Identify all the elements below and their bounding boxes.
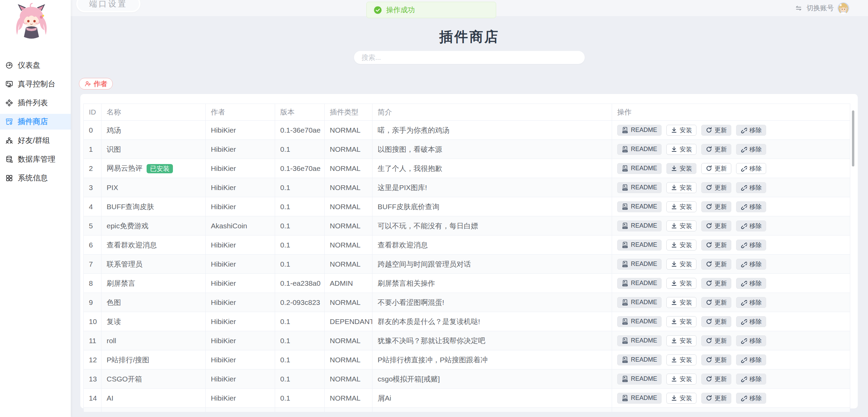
table-scrollbar-thumb[interactable] [852, 110, 854, 166]
install-button[interactable]: 安装 [666, 278, 696, 289]
cell-author: HibiKier [206, 274, 275, 293]
author-filter-button[interactable]: 作者 [79, 78, 113, 90]
search-input[interactable] [354, 51, 585, 64]
remove-button[interactable]: 移除 [736, 201, 766, 212]
sidebar-item-console[interactable]: 真寻控制台 [0, 76, 71, 92]
update-button[interactable]: 更新 [701, 297, 731, 308]
update-button[interactable]: 更新 [701, 316, 731, 327]
remove-button[interactable]: 移除 [736, 278, 766, 289]
remove-button[interactable]: 移除 [736, 182, 766, 193]
readme-icon [622, 146, 628, 153]
readme-button[interactable]: README [617, 220, 662, 231]
remove-button[interactable]: 移除 [736, 297, 766, 308]
install-button[interactable]: 安装 [666, 220, 696, 231]
cell-version: 0.1 [275, 140, 325, 159]
remove-label: 移除 [749, 241, 762, 249]
plugin-table: ID 名称 作者 版本 插件类型 简介 操作 0 鸡汤已安装 HibiKier … [83, 104, 850, 412]
cell-type: NORMAL [325, 350, 372, 369]
update-button[interactable]: 更新 [701, 220, 731, 231]
install-button[interactable]: 安装 [666, 259, 696, 270]
col-version: 版本 [275, 104, 325, 121]
install-button[interactable]: 安装 [666, 144, 696, 155]
readme-button[interactable]: README [617, 278, 662, 289]
cell-name-text: roll [107, 337, 116, 345]
install-button[interactable]: 安装 [666, 335, 696, 346]
remove-button[interactable]: 移除 [736, 335, 766, 346]
install-label: 安装 [680, 260, 692, 268]
unlink-icon [741, 184, 747, 191]
install-button[interactable]: 安装 [666, 393, 696, 404]
update-button[interactable]: 更新 [701, 163, 731, 174]
update-button[interactable]: 更新 [701, 335, 731, 346]
remove-button[interactable]: 移除 [736, 259, 766, 270]
user-avatar[interactable] [838, 2, 849, 14]
cell-name-text: 联系管理员 [107, 260, 143, 268]
install-button[interactable]: 安装 [666, 297, 696, 308]
sidebar-item-plugin-store[interactable]: 插件商店 [0, 114, 71, 130]
sidebar-item-database[interactable]: 数据库管理 [0, 151, 71, 167]
update-button[interactable]: 更新 [701, 125, 731, 136]
readme-button[interactable]: README [617, 374, 662, 385]
install-label: 安装 [680, 375, 692, 383]
cell-id: 8 [84, 274, 101, 293]
cell-type: DEPENDANT [325, 312, 372, 331]
remove-button[interactable]: 移除 [736, 393, 766, 404]
remove-button[interactable]: 移除 [736, 220, 766, 231]
remove-button[interactable]: 移除 [736, 125, 766, 136]
update-button[interactable]: 更新 [701, 240, 731, 251]
sidebar-item-friends-groups[interactable]: 好友/群组 [0, 133, 71, 148]
readme-button[interactable]: README [617, 354, 662, 365]
cell-desc: 屑Ai [372, 389, 612, 408]
cell-author: HibiKier [206, 312, 275, 331]
readme-button[interactable]: README [617, 335, 662, 346]
install-button[interactable]: 安装 [666, 354, 696, 365]
install-button[interactable]: 安装 [666, 316, 696, 327]
remove-button[interactable]: 移除 [736, 354, 766, 365]
readme-button[interactable]: README [617, 182, 662, 193]
readme-button[interactable]: README [617, 240, 662, 251]
install-label: 安装 [680, 164, 692, 173]
update-button[interactable]: 更新 [701, 354, 731, 365]
install-button[interactable]: 安装 [666, 374, 696, 385]
install-button[interactable]: 安装 [666, 163, 696, 174]
update-button[interactable]: 更新 [701, 182, 731, 193]
install-button[interactable]: 安装 [666, 240, 696, 251]
sidebar-item-system-info[interactable]: 系统信息 [0, 170, 71, 186]
readme-button[interactable]: README [617, 393, 662, 404]
readme-button[interactable]: README [617, 297, 662, 308]
dashboard-gauge-icon [5, 61, 13, 69]
update-button[interactable]: 更新 [701, 144, 731, 155]
remove-button[interactable]: 移除 [736, 240, 766, 251]
update-button[interactable]: 更新 [701, 374, 731, 385]
install-button[interactable]: 安装 [666, 125, 696, 136]
remove-label: 移除 [749, 318, 762, 326]
cell-desc: 这里是PIX图库! [372, 178, 612, 197]
install-label: 安装 [680, 279, 692, 287]
readme-button[interactable]: README [617, 316, 662, 327]
cell-desc: 刷屏禁言相关操作 [372, 274, 612, 293]
update-button[interactable]: 更新 [701, 201, 731, 212]
update-button[interactable]: 更新 [701, 393, 731, 404]
port-settings-button[interactable]: 端口设置 [76, 0, 140, 12]
readme-button[interactable]: README [617, 125, 662, 136]
cell-desc: 查看群欢迎消息 [372, 236, 612, 255]
remove-button[interactable]: 移除 [736, 316, 766, 327]
update-button[interactable]: 更新 [701, 259, 731, 270]
install-label: 安装 [680, 184, 692, 192]
readme-button[interactable]: README [617, 163, 662, 174]
install-button[interactable]: 安装 [666, 182, 696, 193]
sidebar-item-plugin-list[interactable]: 插件列表 [0, 95, 71, 111]
update-button[interactable]: 更新 [701, 278, 731, 289]
remove-button[interactable]: 移除 [736, 144, 766, 155]
sidebar-item-dashboard[interactable]: 仪表盘 [0, 57, 71, 73]
readme-button[interactable]: README [617, 144, 662, 155]
switch-account[interactable]: 切换账号 [795, 0, 849, 16]
download-icon [671, 242, 677, 248]
cell-name-text: 查看群欢迎消息 [107, 241, 157, 249]
readme-button[interactable]: README [617, 201, 662, 212]
readme-button[interactable]: README [617, 259, 662, 270]
remove-button[interactable]: 移除 [736, 374, 766, 385]
remove-button[interactable]: 移除 [736, 163, 766, 174]
friends-group-icon [5, 136, 13, 145]
install-button[interactable]: 安装 [666, 201, 696, 212]
